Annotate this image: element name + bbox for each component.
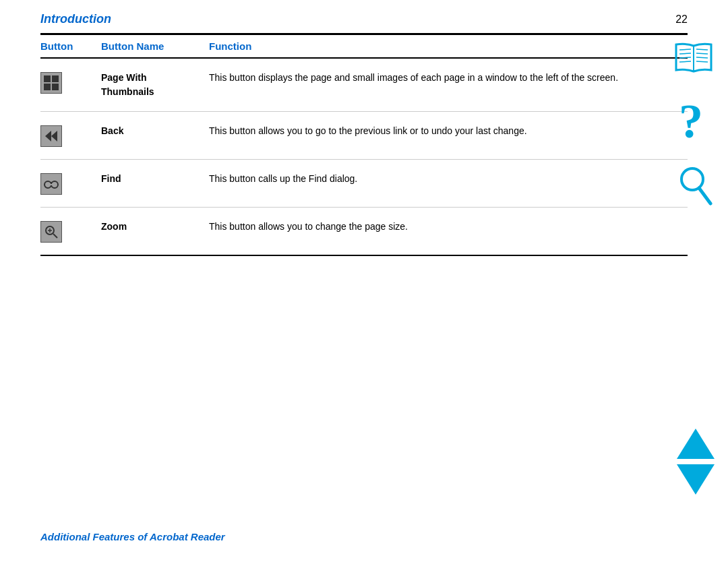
page-title: Introduction xyxy=(40,12,111,26)
thumbnails-icon-cell xyxy=(40,71,101,94)
table-row: Find This button calls up the Find dialo… xyxy=(40,160,688,208)
zoom-icon-cell xyxy=(40,220,101,243)
button-reference-table: Button Button Name Function Page With Th… xyxy=(40,33,688,256)
svg-line-18 xyxy=(679,61,691,62)
svg-rect-0 xyxy=(44,75,51,82)
svg-line-15 xyxy=(679,49,691,50)
svg-rect-9 xyxy=(51,182,52,184)
svg-line-25 xyxy=(699,188,710,204)
svg-rect-2 xyxy=(44,84,51,90)
svg-line-21 xyxy=(696,57,708,58)
svg-marker-4 xyxy=(45,131,51,142)
thumbnails-function: This button displays the page and small … xyxy=(209,71,688,85)
svg-rect-1 xyxy=(52,75,59,82)
back-icon-cell xyxy=(40,124,101,147)
find-icon-cell xyxy=(40,172,101,195)
table-row: Page With Thumbnails This button display… xyxy=(40,59,688,112)
footer[interactable]: Additional Features of Acrobat Reader xyxy=(40,531,225,543)
svg-line-11 xyxy=(53,234,57,238)
back-function: This button allows you to go to the prev… xyxy=(209,124,688,138)
navigation-arrows xyxy=(677,429,715,495)
magnifier-icon[interactable] xyxy=(675,164,712,208)
find-function: This button calls up the Find dialog. xyxy=(209,172,688,186)
page-container: Introduction 22 Button Button Name Funct… xyxy=(0,0,728,562)
footer-link[interactable]: Additional Features of Acrobat Reader xyxy=(40,531,225,542)
col-header-button-name: Button Name xyxy=(101,40,209,52)
svg-text:?: ? xyxy=(679,96,703,144)
col-header-button: Button xyxy=(40,40,101,52)
page-number: 22 xyxy=(675,13,688,26)
zoom-button-icon xyxy=(40,221,62,243)
find-button-name: Find xyxy=(101,172,209,186)
header: Introduction 22 xyxy=(0,0,728,33)
arrow-down-icon[interactable] xyxy=(677,464,715,495)
svg-line-17 xyxy=(679,57,691,58)
svg-line-22 xyxy=(696,61,708,62)
book-icon[interactable] xyxy=(673,40,715,75)
svg-line-16 xyxy=(679,53,691,54)
svg-line-19 xyxy=(696,49,708,50)
table-row: Back This button allows you to go to the… xyxy=(40,112,688,160)
question-mark-icon[interactable]: ? xyxy=(675,96,712,144)
thumbnails-button-icon xyxy=(40,72,62,94)
svg-line-20 xyxy=(696,53,708,54)
sidebar-icons: ? xyxy=(673,40,715,208)
back-button-icon xyxy=(40,125,62,147)
col-header-function: Function xyxy=(209,40,688,52)
table-row: Zoom This button allows you to change th… xyxy=(40,208,688,256)
arrow-up-icon[interactable] xyxy=(677,429,715,459)
svg-rect-3 xyxy=(52,84,59,90)
find-button-icon xyxy=(40,173,62,195)
thumbnails-button-name: Page With Thumbnails xyxy=(101,71,209,99)
back-button-name: Back xyxy=(101,124,209,138)
zoom-button-name: Zoom xyxy=(101,220,209,234)
table-header-row: Button Button Name Function xyxy=(40,35,688,59)
svg-marker-5 xyxy=(51,131,57,142)
zoom-function: This button allows you to change the pag… xyxy=(209,220,688,234)
